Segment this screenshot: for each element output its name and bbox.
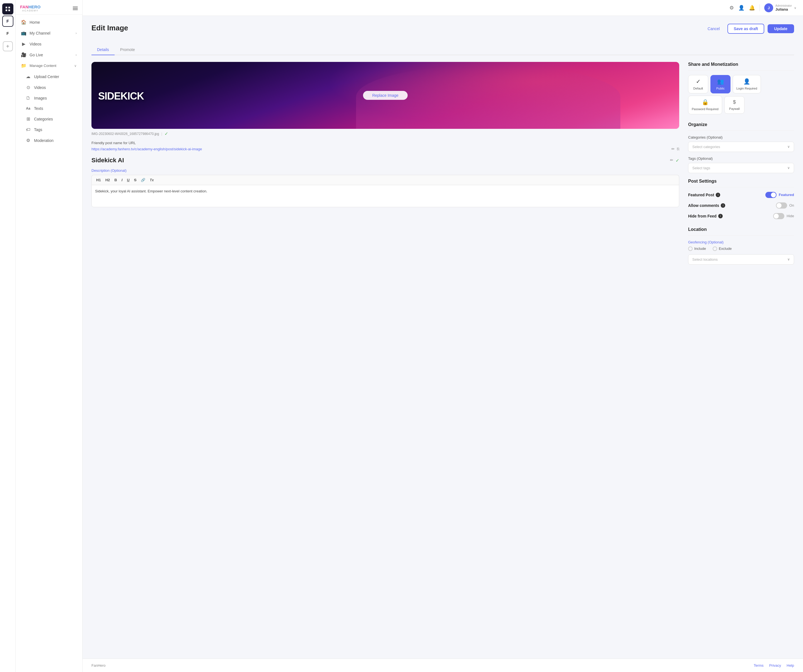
replace-image-button[interactable]: Replace Image [363,91,408,100]
sidebar-item-my-channel[interactable]: 📺 My Channel › [16,28,82,39]
share-option-password-required[interactable]: 🔒 Password Required [688,96,722,114]
toolbar-strikethrough[interactable]: S [133,177,138,183]
description-label: Description (Optional) [91,168,679,172]
toolbar-underline[interactable]: U [126,177,130,183]
geofencing-radio-group: Include Exclude [688,246,794,251]
iconbar-grid[interactable] [2,3,13,15]
iconbar-fh-2[interactable]: F [2,28,13,39]
sidebar: FANHERO ACADEMY 🏠 Home 📺 My Channel › ▶ [16,0,83,672]
settings-icon[interactable]: ⚙ [730,5,734,11]
logo-sub: ACADEMY [20,9,41,12]
sidebar-item-categories[interactable]: ⊞ Categories [16,114,82,124]
edit-url-icon[interactable]: ✏ [671,146,675,151]
share-option-login-required[interactable]: 👤 Login Required [733,75,761,93]
footer-terms[interactable]: Terms [754,663,763,667]
hide-from-feed-info-icon[interactable]: i [718,214,723,218]
upload-icon: ☁ [26,74,31,79]
user-badge[interactable]: J Administrator Juliana ∨ [764,3,796,12]
categories-icon: ⊞ [26,116,31,122]
allow-comments-value: On [789,203,794,207]
toolbar-clear[interactable]: Tx [149,177,155,183]
copy-url-icon[interactable]: ⎘ [677,146,679,151]
sidebar-item-go-live[interactable]: 🎥 Go Live › [16,49,82,60]
sidebar-item-texts[interactable]: Aa Texts [16,103,82,114]
sidebar-item-moderation[interactable]: ⚙ Moderation [16,135,82,146]
footer-help[interactable]: Help [787,663,794,667]
location-section: Location Geofencing (Optional) Include E… [688,227,794,265]
default-check-icon: ✓ [696,78,701,85]
share-option-public[interactable]: 👥 Public [710,75,730,93]
allow-comments-label-row: Allow comments i [688,203,725,208]
tag-icon: 🏷 [26,127,31,132]
tags-label: Tags (Optional) [688,156,794,161]
tags-field: Tags (Optional) Select tags ∨ [688,156,794,173]
iconbar-add[interactable]: + [3,41,13,51]
sidebar-item-images[interactable]: 🗋 Images [16,93,82,103]
share-options: ✓ Default 👥 Public 👤 Login Required [688,75,794,114]
image-container: SIDEKICK Replace Image [91,62,679,129]
sidebar-item-videos-sub[interactable]: ⊙ Videos [16,82,82,93]
toolbar-link[interactable]: 🔗 [140,177,146,183]
tags-select[interactable]: Select tags ∨ [688,163,794,173]
svg-rect-1 [8,7,10,8]
sidebar-item-tags[interactable]: 🏷 Tags [16,124,82,135]
lock-icon: 🔒 [702,99,709,106]
featured-post-info-icon[interactable]: i [716,193,720,197]
toolbar-h1[interactable]: H1 [95,177,102,183]
sidebar-item-home[interactable]: 🏠 Home [16,17,82,28]
post-title-row: Sidekick AI ✏ ✓ [91,157,679,164]
home-icon: 🏠 [21,20,26,25]
hide-from-feed-label: Hide from Feed [688,214,717,218]
hide-from-feed-value: Hide [787,214,794,218]
allow-comments-label: Allow comments [688,203,719,208]
save-draft-button[interactable]: Save as draft [727,24,764,34]
featured-post-toggle[interactable] [766,192,777,198]
bell-icon[interactable]: 🔔 [749,5,755,11]
svg-rect-3 [8,10,10,11]
url-link[interactable]: https://academy.fanhero.tv/c/academy-eng… [91,147,669,151]
locations-select[interactable]: Select locations ∨ [688,254,794,265]
organize-title: Organize [688,122,794,131]
public-icon: 👥 [717,78,724,85]
svg-rect-2 [6,10,7,11]
share-option-default[interactable]: ✓ Default [688,75,708,93]
edit-title-icon[interactable]: ✏ [670,158,673,163]
footer-brand: FanHero [91,663,106,667]
allow-comments-toggle[interactable] [776,202,787,208]
categories-select[interactable]: Select categories ∨ [688,142,794,152]
organize-section: Organize Categories (Optional) Select ca… [688,122,794,173]
update-button[interactable]: Update [767,24,794,33]
toolbar-h2[interactable]: H2 [104,177,111,183]
sidebar-item-manage-content[interactable]: 📁 Manage Content ∨ [16,60,82,71]
hamburger-menu[interactable] [73,7,78,10]
toolbar-bold[interactable]: B [113,177,118,183]
iconbar-fh-1[interactable]: F [2,16,13,27]
share-monetization-section: Share and Monetization ✓ Default 👥 Publi… [688,62,794,114]
hide-from-feed-toggle-knob [774,213,779,219]
toolbar-italic[interactable]: I [120,177,124,183]
main-area: ⚙ 👤 🔔 J Administrator Juliana ∨ [83,0,803,672]
geofencing-include[interactable]: Include [688,246,706,251]
url-label: Friendly post name for URL [91,141,679,145]
logo-hero: HERO [28,5,41,9]
sidebar-item-videos[interactable]: ▶ Videos [16,39,82,49]
tab-promote[interactable]: Promote [115,45,141,55]
geofencing-exclude[interactable]: Exclude [713,246,731,251]
svg-rect-0 [6,7,7,8]
allow-comments-info-icon[interactable]: i [721,203,725,208]
tab-details[interactable]: Details [91,45,115,55]
sidebar-item-upload-center[interactable]: ☁ Upload Center [16,71,82,82]
include-radio-circle [688,246,692,251]
page-header: Edit Image Cancel Save as draft Update [91,24,794,38]
editor-content[interactable]: Sidekick, your loyal AI assistant. Empow… [91,185,679,207]
folder-icon: 📁 [21,63,26,68]
people-icon[interactable]: 👤 [738,5,744,11]
right-column: Share and Monetization ✓ Default 👥 Publi… [688,62,794,272]
share-option-paywall[interactable]: $ Paywall [724,96,744,114]
cancel-button[interactable]: Cancel [703,24,724,33]
app-container: F F + FANHERO ACADEMY 🏠 Home [0,0,803,672]
footer-privacy[interactable]: Privacy [769,663,781,667]
hide-from-feed-toggle[interactable] [773,213,784,219]
content: Edit Image Cancel Save as draft Update D… [83,16,803,659]
login-icon: 👤 [743,78,750,85]
